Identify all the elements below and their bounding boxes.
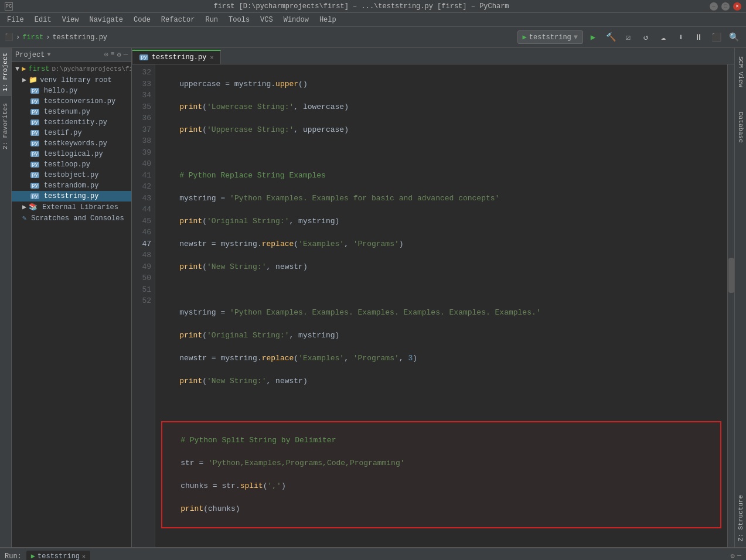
- editor-scrollbar[interactable]: [727, 64, 734, 547]
- run-header-icons: ⚙ ─: [731, 552, 741, 560]
- run-tab[interactable]: ▶ teststring ✕: [26, 551, 90, 560]
- menu-edit[interactable]: Edit: [30, 15, 56, 25]
- title-bar-controls: ─ □ ✕: [710, 2, 741, 11]
- menu-window[interactable]: Window: [279, 15, 314, 25]
- testrandom-label: testrandom.py: [44, 182, 99, 190]
- tree-root[interactable]: ▼ ▶ first D:\pycharmprojects\first: [12, 63, 131, 74]
- tree-teststring[interactable]: py teststring.py: [12, 191, 131, 202]
- pause-button[interactable]: ⏸: [691, 30, 706, 45]
- menu-vcs[interactable]: VCS: [256, 15, 278, 25]
- tree-testconversion[interactable]: py testconversion.py: [12, 96, 131, 107]
- code-text[interactable]: uppercase = mystring.upper() print('Lowe…: [155, 64, 727, 547]
- tree-scratches[interactable]: ✎ Scratches and Consoles: [12, 213, 131, 224]
- right-tab-structure[interactable]: Z: Structure: [735, 489, 746, 547]
- tree-testkeywords[interactable]: py testkeywords.py: [12, 138, 131, 149]
- title-bar: PC first [D:\pycharmprojects\first] – ..…: [0, 0, 746, 13]
- editor-tab-close[interactable]: ✕: [210, 54, 213, 61]
- close-button[interactable]: ✕: [733, 2, 741, 11]
- testenum-icon: py: [30, 109, 39, 115]
- search-button[interactable]: 🔍: [726, 30, 741, 45]
- teststring-label: teststring.py: [44, 192, 99, 200]
- tree-testloop[interactable]: py testloop.py: [12, 159, 131, 170]
- tree-hello[interactable]: py hello.py: [12, 86, 131, 96]
- toolbar: ⬛ › first › teststring.py ▶ teststring ▼…: [0, 27, 746, 48]
- tree-external-libraries[interactable]: ▶ 📚 External Libraries: [12, 202, 131, 213]
- root-path: D:\pycharmprojects\first: [52, 66, 131, 73]
- project-dropdown-icon[interactable]: ▼: [47, 52, 50, 58]
- code-line-40: print('New String:', newstr): [161, 261, 721, 273]
- right-tab-scm[interactable]: SCM View: [735, 50, 746, 93]
- extlib-arrow: ▶: [22, 203, 26, 211]
- teststring-icon: py: [30, 193, 39, 199]
- testconversion-icon: py: [30, 98, 39, 104]
- code-line-42: mystring = 'Python Examples. Examples. E…: [161, 307, 721, 319]
- run-button[interactable]: ▶: [585, 30, 601, 45]
- code-highlight-block: # Python Split String by Delimiter str =…: [161, 421, 721, 529]
- testlogical-label: testlogical.py: [44, 150, 103, 158]
- tab-project[interactable]: 1: Project: [0, 48, 11, 96]
- run-tab-close[interactable]: ✕: [82, 553, 86, 560]
- update-button[interactable]: ☁: [656, 30, 671, 45]
- menu-run[interactable]: Run: [200, 15, 223, 25]
- maximize-button[interactable]: □: [721, 2, 730, 11]
- run-minimize-icon[interactable]: ─: [737, 552, 741, 560]
- editor-tab-teststring[interactable]: py teststring.py ✕: [132, 50, 221, 64]
- breadcrumb-first[interactable]: ⬛: [5, 33, 13, 42]
- project-panel: Project ▼ ⊙ ≡ ⚙ ─ ▼ ▶ first D:\pycharmpr…: [12, 48, 132, 547]
- right-tab-database[interactable]: Database: [735, 106, 746, 149]
- main-layout: 1: Project 2: Favorites Project ▼ ⊙ ≡ ⚙ …: [0, 48, 746, 547]
- tree-testenum[interactable]: py testenum.py: [12, 107, 131, 117]
- editor-area: py teststring.py ✕ 32 33 34 35 36 37 38 …: [132, 48, 734, 547]
- run-config-dropdown-icon: ▼: [574, 33, 578, 42]
- code-line-44: newstr = mystring.replace('Examples', 'P…: [161, 353, 721, 364]
- breadcrumb-file[interactable]: teststring.py: [52, 33, 107, 42]
- testenum-label: testenum.py: [44, 108, 90, 116]
- run-config-selector[interactable]: ▶ teststring ▼: [517, 30, 583, 44]
- scrollbar-thumb[interactable]: [728, 258, 734, 293]
- run-settings-icon[interactable]: ⚙: [731, 552, 735, 560]
- tab-favorites[interactable]: 2: Favorites: [0, 98, 11, 154]
- breadcrumb-first-label[interactable]: first: [22, 33, 43, 42]
- run-config-name: teststring: [529, 33, 571, 42]
- root-label: first: [28, 65, 49, 73]
- code-editor[interactable]: 32 33 34 35 36 37 38 39 40 41 42 43 44 4…: [132, 64, 734, 547]
- scratches-icon: ✎: [22, 214, 26, 223]
- tree-testif[interactable]: py testif.py: [12, 128, 131, 138]
- menu-code[interactable]: Code: [129, 15, 155, 25]
- app-logo: PC: [5, 2, 13, 11]
- tree-testobject[interactable]: py testobject.py: [12, 170, 131, 180]
- minimize-button[interactable]: ─: [710, 2, 718, 11]
- tree-testidentity[interactable]: py testidentity.py: [12, 117, 131, 128]
- menu-file[interactable]: File: [2, 15, 29, 25]
- tree-testrandom[interactable]: py testrandom.py: [12, 180, 131, 191]
- profile-button[interactable]: ↺: [638, 30, 653, 45]
- vcs-button[interactable]: ⬇: [673, 30, 689, 45]
- menu-refactor[interactable]: Refactor: [156, 15, 200, 25]
- code-line-32: uppercase = mystring.upper(): [161, 78, 721, 90]
- menu-help[interactable]: Help: [315, 15, 341, 25]
- project-settings-icon[interactable]: ≡: [111, 50, 115, 59]
- line-numbers: 32 33 34 35 36 37 38 39 40 41 42 43 44 4…: [132, 64, 155, 547]
- menu-tools[interactable]: Tools: [224, 15, 254, 25]
- tree-venv[interactable]: ▶ 📁 venv library root: [12, 74, 131, 86]
- project-close-icon[interactable]: ─: [124, 50, 128, 59]
- menu-view[interactable]: View: [57, 15, 84, 25]
- root-folder-icon: ▶: [22, 64, 26, 73]
- menu-navigate[interactable]: Navigate: [84, 15, 128, 25]
- testkeywords-icon: py: [30, 141, 39, 146]
- stop-button[interactable]: ⬛: [708, 30, 724, 45]
- build-button[interactable]: 🔨: [603, 30, 618, 45]
- tree-testlogical[interactable]: py testlogical.py: [12, 149, 131, 159]
- project-settings-gear[interactable]: ⚙: [117, 50, 121, 59]
- code-line-46: [161, 398, 721, 410]
- project-sync-icon[interactable]: ⊙: [104, 50, 108, 59]
- testloop-icon: py: [30, 162, 39, 168]
- coverage-button[interactable]: ☑: [621, 30, 636, 45]
- scratches-label: Scratches and Consoles: [31, 214, 124, 223]
- breadcrumb: ⬛ › first › teststring.py: [5, 33, 107, 42]
- testobject-label: testobject.py: [44, 171, 99, 179]
- code-line-38: print('Original String:', mystring): [161, 216, 721, 227]
- code-line-48: str = 'Python,Examples,Programs,Code,Pro…: [162, 457, 720, 469]
- menu-bar: File Edit View Navigate Code Refactor Ru…: [0, 13, 746, 27]
- extlib-label: External Libraries: [42, 203, 118, 211]
